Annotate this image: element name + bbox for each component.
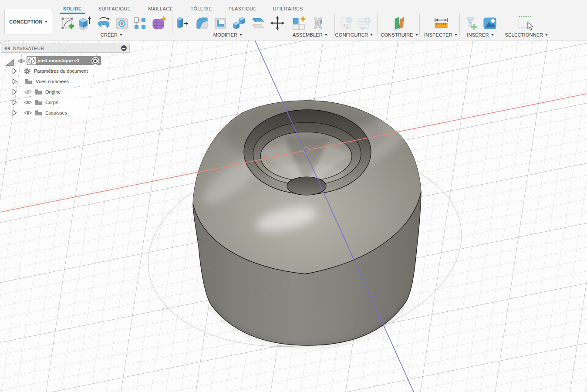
- insert-canvas-button[interactable]: [482, 15, 498, 31]
- chevron-down-icon: [45, 21, 47, 23]
- workspace-label: CONCEPTION: [9, 19, 42, 24]
- mouse-cursor-icon: [527, 22, 534, 31]
- item-chip[interactable]: Esquisses: [20, 108, 102, 117]
- active-component-corner-icon[interactable]: [6, 59, 14, 66]
- chevron-down-icon: [240, 34, 242, 36]
- eye-hidden-icon[interactable]: [24, 89, 32, 95]
- eye-visible-icon[interactable]: [24, 110, 32, 116]
- item-chip[interactable]: Paramètres du document: [20, 67, 106, 75]
- eye-visible-icon[interactable]: [17, 58, 26, 64]
- construction-plane-button[interactable]: [391, 15, 408, 31]
- create-sketch-icon: [60, 16, 74, 30]
- insert-canvas-icon: [482, 15, 498, 31]
- group-label-text: INSÉRER: [467, 32, 489, 37]
- shell-icon: [213, 15, 228, 31]
- pattern-button[interactable]: [132, 15, 147, 31]
- measure-button[interactable]: [433, 15, 449, 31]
- group-label-text: MODIFIER: [213, 32, 237, 37]
- revolve-button[interactable]: [95, 15, 112, 31]
- browser-item-row[interactable]: Corps: [0, 98, 131, 108]
- group-label-selectionner[interactable]: SÉLECTIONNER: [498, 32, 555, 38]
- split-body-button[interactable]: [250, 15, 267, 31]
- browser-item-row[interactable]: Esquisses: [0, 108, 131, 118]
- chevron-down-icon: [491, 34, 494, 36]
- insert-fastener-button[interactable]: [462, 15, 479, 31]
- document-label: pied moustique v1: [37, 58, 80, 63]
- browser-header[interactable]: NAVIGATEUR: [1, 44, 130, 53]
- configuration-button[interactable]: [338, 15, 355, 31]
- chevron-down-icon: [545, 34, 548, 36]
- hole-icon: [114, 15, 130, 31]
- item-label: Esquisses: [45, 110, 67, 115]
- group-label-text: INSPECTER: [424, 32, 452, 37]
- tab-solide[interactable]: SOLIDE: [63, 5, 82, 13]
- ribbon-toolbar: SOLIDE SURFACIQUE MAILLAGE TÔLERIE PLAST…: [0, 0, 587, 41]
- tab-maillage[interactable]: MAILLAGE: [148, 5, 173, 13]
- active-tab-underline: [60, 13, 85, 14]
- hole-button[interactable]: [114, 15, 130, 31]
- group-label-text: CONFIGURER: [335, 32, 368, 37]
- item-chip[interactable]: Origine: [20, 88, 96, 96]
- tab-utilitaires[interactable]: UTILITAIRES: [273, 5, 303, 13]
- browser-item-row[interactable]: Paramètres du document: [0, 67, 131, 76]
- collapse-panel-icon[interactable]: [4, 47, 10, 50]
- expand-arrow-icon[interactable]: [12, 99, 17, 105]
- press-pull-icon: [174, 15, 189, 31]
- extrude-icon: [75, 15, 91, 31]
- new-component-button[interactable]: [291, 15, 307, 31]
- expand-arrow-icon[interactable]: [12, 89, 17, 95]
- tab-tolerie[interactable]: TÔLERIE: [190, 5, 212, 13]
- item-label: Paramètres du document: [34, 68, 88, 74]
- expand-arrow-icon[interactable]: [12, 68, 17, 74]
- group-label-text: CONSTRUIRE: [381, 32, 413, 37]
- expand-arrow-icon[interactable]: [12, 110, 17, 116]
- create-sketch-button[interactable]: [59, 15, 75, 31]
- joint-icon: [310, 15, 326, 31]
- group-label-configurer[interactable]: CONFIGURER: [328, 32, 380, 38]
- folder-icon: [34, 99, 42, 105]
- construction-plane-icon: [391, 15, 407, 31]
- tab-surfacique[interactable]: SURFACIQUE: [98, 5, 131, 13]
- origin-point[interactable]: [303, 147, 309, 153]
- tab-plastique[interactable]: PLASTIQUE: [229, 5, 256, 13]
- create-form-button[interactable]: [151, 15, 167, 31]
- folder-icon: [34, 89, 42, 95]
- expand-arrow-icon[interactable]: [12, 78, 17, 84]
- configuration-icon: [338, 15, 355, 31]
- new-component-icon: [291, 15, 307, 31]
- split-body-icon: [250, 15, 267, 31]
- workspace-dropdown-button[interactable]: CONCEPTION: [4, 9, 52, 34]
- fillet-button[interactable]: [194, 15, 210, 31]
- move-copy-button[interactable]: [269, 15, 286, 31]
- group-label-modifier[interactable]: MODIFIER: [202, 32, 254, 38]
- folder-icon: [24, 78, 32, 84]
- chevron-down-icon: [120, 34, 122, 36]
- eye-visible-icon[interactable]: [24, 99, 32, 105]
- browser-item-row[interactable]: Origine: [0, 88, 131, 97]
- activate-component-radio-icon[interactable]: [91, 57, 100, 65]
- toolbar-divider: [172, 14, 172, 35]
- item-chip[interactable]: Vues nommées: [20, 77, 94, 86]
- item-label: Vues nommées: [36, 79, 69, 84]
- browser-root-row[interactable]: pied moustique v1: [0, 56, 131, 66]
- document-node[interactable]: pied moustique v1: [27, 56, 101, 65]
- combine-button[interactable]: [231, 15, 247, 31]
- joint-button[interactable]: [310, 15, 326, 31]
- item-chip[interactable]: Corps: [20, 98, 92, 107]
- minimize-browser-icon[interactable]: [121, 45, 127, 51]
- configuration-table-button[interactable]: [356, 15, 372, 31]
- gear-icon: [24, 68, 31, 75]
- extrude-button[interactable]: [75, 15, 91, 31]
- browser-item-row[interactable]: Vues nommées: [0, 77, 131, 87]
- browser-title: NAVIGATEUR: [13, 46, 121, 51]
- item-label: Corps: [45, 100, 58, 105]
- shell-button[interactable]: [212, 15, 229, 31]
- fusion-app-window: NAVIGATEUR pied moustique v1: [0, 0, 587, 392]
- measure-icon: [433, 15, 449, 31]
- group-label-creer[interactable]: CRÉER: [87, 32, 136, 38]
- revolve-icon: [96, 15, 111, 31]
- press-pull-button[interactable]: [173, 15, 190, 31]
- model-body[interactable]: [193, 101, 424, 345]
- component-cube-icon: [27, 57, 36, 64]
- group-label-text: CRÉER: [101, 32, 118, 37]
